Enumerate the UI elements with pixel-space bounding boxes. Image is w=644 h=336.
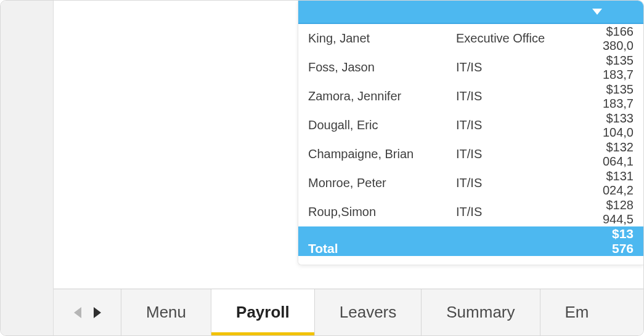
cell-name: Foss, Jason xyxy=(308,60,456,74)
sort-desc-icon xyxy=(592,9,602,15)
tab-nav-arrows xyxy=(54,289,121,335)
left-gutter-panel xyxy=(1,1,54,335)
cell-amount: $132 064,1 xyxy=(598,140,634,169)
table-body: King, Janet Executive Office $166 380,0 … xyxy=(298,24,643,226)
table-row[interactable]: Champaigne, Brian IT/IS $132 064,1 xyxy=(298,140,643,169)
total-amount: $13 576 753,5 xyxy=(598,226,634,265)
payroll-table: King, Janet Executive Office $166 380,0 … xyxy=(298,1,643,265)
tab-summary[interactable]: Summary xyxy=(422,289,540,335)
table-row[interactable]: Zamora, Jennifer IT/IS $135 183,7 xyxy=(298,82,643,111)
cell-dept: IT/IS xyxy=(456,118,598,132)
header-col-amount[interactable] xyxy=(579,9,615,15)
cell-amount: $133 104,0 xyxy=(598,111,634,140)
tab-menu[interactable]: Menu xyxy=(121,289,211,335)
table-row[interactable]: Roup,Simon IT/IS $128 944,5 xyxy=(298,198,643,226)
table-header-row[interactable] xyxy=(298,1,643,24)
tab-prev-icon[interactable] xyxy=(74,307,81,318)
cell-dept: IT/IS xyxy=(456,176,598,190)
report-canvas: King, Janet Executive Office $166 380,0 … xyxy=(54,1,643,289)
cell-amount: $166 380,0 xyxy=(598,25,634,53)
cell-name: Dougall, Eric xyxy=(308,118,456,132)
cell-dept: IT/IS xyxy=(456,89,598,103)
cell-name: Monroe, Peter xyxy=(308,176,456,190)
table-row[interactable]: Dougall, Eric IT/IS $133 104,0 xyxy=(298,111,643,140)
table-total-row: Total $13 576 753,5 xyxy=(298,226,643,256)
table-row[interactable]: Monroe, Peter IT/IS $131 024,2 xyxy=(298,169,643,198)
cell-name: Zamora, Jennifer xyxy=(308,89,456,103)
tab-leavers[interactable]: Leavers xyxy=(315,289,422,335)
tab-next-icon[interactable] xyxy=(94,307,101,318)
cell-amount: $131 024,2 xyxy=(598,169,634,198)
cell-amount: $135 183,7 xyxy=(598,82,634,111)
cell-dept: IT/IS xyxy=(456,205,598,219)
report-window: King, Janet Executive Office $166 380,0 … xyxy=(0,0,644,336)
tab-em[interactable]: Em xyxy=(540,289,593,335)
cell-dept: IT/IS xyxy=(456,147,598,161)
total-label: Total xyxy=(308,241,456,256)
cell-name: Champaigne, Brian xyxy=(308,147,456,161)
cell-name: Roup,Simon xyxy=(308,205,456,219)
tab-payroll[interactable]: Payroll xyxy=(211,289,315,335)
side-white-panel xyxy=(54,1,237,289)
table-row[interactable]: Foss, Jason IT/IS $135 183,7 xyxy=(298,53,643,82)
cell-name: King, Janet xyxy=(308,31,456,46)
cell-amount: $135 183,7 xyxy=(598,54,634,82)
sheet-tabs: Menu Payroll Leavers Summary Em xyxy=(54,289,643,335)
table-row[interactable]: King, Janet Executive Office $166 380,0 xyxy=(298,24,643,53)
cell-dept: IT/IS xyxy=(456,60,598,74)
cell-dept: Executive Office xyxy=(456,31,598,46)
cell-amount: $128 944,5 xyxy=(598,198,634,226)
